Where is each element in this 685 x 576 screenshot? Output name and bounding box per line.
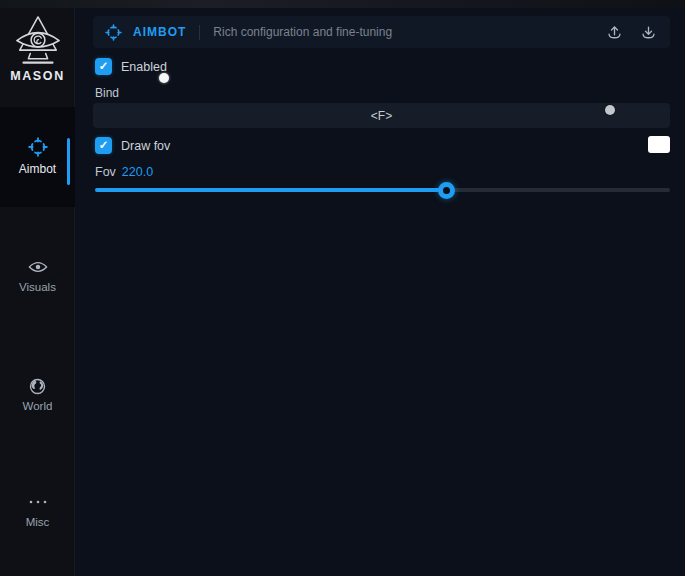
fov-label: Fov — [95, 165, 116, 179]
draw-fov-checkbox[interactable] — [95, 137, 112, 154]
section-header: AIMBOT Rich configuration and fine-tunin… — [93, 16, 670, 48]
bind-value: <F> — [371, 109, 392, 123]
sidebar-item-label: Misc — [26, 516, 50, 528]
mouse-cursor-dot — [159, 73, 169, 83]
fov-label-row: Fov 220.0 — [95, 165, 153, 179]
fov-value: 220.0 — [122, 165, 153, 179]
ellipsis-icon — [28, 493, 48, 511]
upload-icon[interactable] — [607, 25, 622, 40]
sidebar-item-aimbot[interactable]: Aimbot — [0, 107, 75, 207]
sidebar-item-label: Visuals — [19, 281, 56, 293]
sidebar-item-world[interactable]: World — [0, 377, 75, 412]
download-icon[interactable] — [641, 25, 656, 40]
eye-icon — [28, 258, 48, 276]
bind-label: Bind — [95, 86, 119, 100]
section-title: AIMBOT — [133, 25, 186, 39]
section-subtitle: Rich configuration and fine-tuning — [213, 25, 392, 39]
main-panel: AIMBOT Rich configuration and fine-tunin… — [75, 8, 685, 576]
fov-slider-thumb[interactable] — [438, 182, 455, 199]
crosshair-icon — [105, 24, 122, 41]
sidebar-item-label: World — [23, 400, 53, 412]
active-item-indicator — [67, 138, 70, 185]
secondary-cursor-dot — [605, 105, 615, 115]
bind-field[interactable]: <F> — [93, 103, 670, 128]
globe-icon — [29, 377, 46, 395]
draw-fov-color-swatch[interactable] — [648, 136, 670, 153]
window-top-strip — [0, 0, 685, 8]
illuminati-eye-icon — [0, 14, 75, 68]
brand-name: MASON — [0, 69, 75, 83]
draw-fov-row: Draw fov — [95, 137, 170, 154]
enabled-checkbox[interactable] — [95, 58, 112, 75]
app-window: MASON Aimbot Visuals — [0, 8, 685, 576]
brand-logo: MASON — [0, 14, 75, 83]
sidebar-item-misc[interactable]: Misc — [0, 493, 75, 528]
sidebar-item-visuals[interactable]: Visuals — [0, 258, 75, 293]
sidebar-item-label: Aimbot — [19, 162, 56, 176]
header-divider — [199, 25, 200, 40]
fov-slider[interactable] — [95, 181, 670, 199]
crosshair-icon — [28, 138, 48, 156]
enabled-label: Enabled — [121, 60, 167, 74]
enabled-row: Enabled — [95, 58, 167, 75]
fov-slider-fill — [95, 188, 446, 192]
draw-fov-label: Draw fov — [121, 139, 170, 153]
sidebar: MASON Aimbot Visuals — [0, 8, 75, 576]
